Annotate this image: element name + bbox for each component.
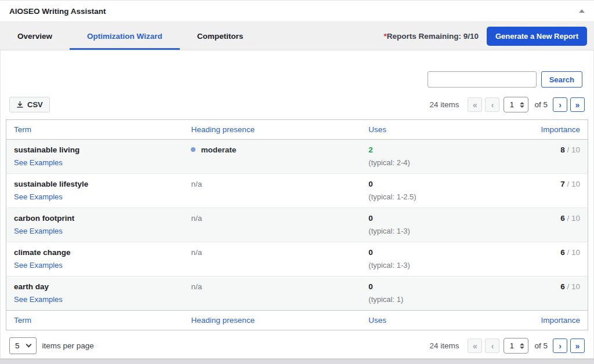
of-total-pages: of 5 [534,341,548,350]
importance-max: / 10 [565,180,580,188]
importance-score: 6 [560,214,565,223]
tab-optimization-wizard[interactable]: Optimization Wizard [70,22,180,50]
column-footer-heading-presence[interactable]: Heading presence [183,311,361,330]
page-number-input[interactable] [505,341,518,350]
typical-range: (typical: 1-3) [368,261,510,270]
toolbar-row: CSV 24 items « ‹ of 5 › » [6,97,588,112]
download-icon [16,101,24,108]
pagination-bottom: 24 items « ‹ of 5 › » [429,338,585,354]
page-stepper[interactable] [518,343,526,349]
typical-range: (typical: 2-4) [368,158,510,167]
importance-score: 6 [560,248,565,257]
per-page-label: items per page [42,341,94,350]
table-header-row: Term Heading presence Uses Importance [6,120,588,140]
panel-title: AIOSEO Writing Assistant [9,7,106,16]
importance-max: / 10 [565,145,580,154]
column-footer-uses[interactable]: Uses [361,311,518,330]
heading-presence-dot-icon [191,147,195,152]
importance-max: / 10 [565,214,580,223]
table-row: earth daySee Examples n/a 0(typical: 1) … [6,276,588,311]
search-input[interactable] [428,71,537,88]
importance-max: / 10 [565,282,580,291]
chevron-down-icon [26,342,31,348]
term-text: climate change [14,248,176,257]
column-header-heading-presence[interactable]: Heading presence [183,120,361,140]
wizard-content: Search CSV 24 items « ‹ of 5 › [0,71,594,354]
column-footer-importance[interactable]: Importance [518,311,588,330]
tab-overview[interactable]: Overview [0,22,70,50]
page-number-box [504,97,528,112]
stepper-up-icon [520,102,524,104]
reports-remaining: *Reports Remaining: 9/10 [383,32,479,41]
column-header-uses[interactable]: Uses [361,120,518,140]
prev-page-button: ‹ [485,97,499,112]
generate-report-button[interactable]: Generate a New Report [487,27,587,46]
bottom-controls-row: 5 items per page 24 items « ‹ of 5 › [6,337,588,354]
table-row: carbon footprintSee Examples n/a 0(typic… [6,208,588,242]
csv-label: CSV [27,100,43,109]
stepper-down-icon [520,105,524,108]
tabs: Overview Optimization Wizard Competitors [0,22,260,50]
typical-range: (typical: 1-3) [368,227,510,235]
typical-range: (typical: 1) [368,295,510,304]
uses-value: 2 [368,145,510,154]
heading-presence-value: moderate [201,145,236,154]
uses-value: 0 [368,282,510,291]
see-examples-link[interactable]: See Examples [14,227,63,235]
term-text: earth day [14,282,176,291]
typical-range: (typical: 1-2.5) [368,192,510,201]
table-footer-header-row: Term Heading presence Uses Importance [6,311,588,330]
see-examples-link[interactable]: See Examples [14,158,63,167]
collapse-panel-icon[interactable] [579,9,585,13]
next-page-button[interactable]: › [553,338,567,353]
table-row: sustainable livingSee Examples moderate … [6,140,588,174]
metabox-titlebar: AIOSEO Writing Assistant [0,0,594,22]
see-examples-link[interactable]: See Examples [14,295,63,304]
last-page-button[interactable]: » [570,97,585,112]
pagination-top: 24 items « ‹ of 5 › » [429,97,585,112]
term-text: sustainable living [14,145,176,154]
writing-assistant-panel: AIOSEO Writing Assistant Overview Optimi… [0,0,594,359]
reports-remaining-label: Reports Remaining: 9/10 [387,32,479,41]
first-page-button: « [468,338,482,353]
see-examples-link[interactable]: See Examples [14,261,63,270]
table-row: sustainable lifestyleSee Examples n/a 0(… [6,174,588,208]
last-page-button[interactable]: » [570,338,585,353]
heading-presence-value: n/a [191,282,202,291]
per-page-value: 5 [15,341,20,350]
heading-presence-value: n/a [191,180,202,188]
column-header-term[interactable]: Term [6,120,184,140]
stepper-up-icon [520,343,524,345]
search-row: Search [6,71,588,88]
heading-presence-value: n/a [191,214,202,223]
table-row: climate changeSee Examples n/a 0(typical… [6,242,588,276]
importance-score: 6 [560,282,565,291]
tab-bar: Overview Optimization Wizard Competitors… [0,22,594,50]
column-header-importance[interactable]: Importance [518,120,588,140]
stepper-down-icon [520,347,524,349]
importance-score: 7 [560,180,565,188]
uses-value: 0 [368,214,510,223]
term-text: sustainable lifestyle [14,180,176,188]
terms-table: Term Heading presence Uses Importance su… [6,119,588,330]
see-examples-link[interactable]: See Examples [14,192,63,201]
tabbar-right: *Reports Remaining: 9/10 Generate a New … [383,22,594,50]
term-text: carbon footprint [14,214,176,223]
search-button[interactable]: Search [541,71,582,88]
export-csv-button[interactable]: CSV [9,97,50,112]
of-total-pages: of 5 [534,100,548,109]
next-page-button[interactable]: › [553,97,567,112]
items-count: 24 items [429,100,459,109]
page-number-input[interactable] [505,100,518,109]
tab-competitors[interactable]: Competitors [180,22,261,50]
uses-value: 0 [368,248,510,257]
first-page-button: « [468,97,482,112]
column-footer-term[interactable]: Term [6,311,184,330]
prev-page-button: ‹ [485,338,499,353]
page-number-box [504,338,528,354]
importance-max: / 10 [565,248,580,257]
per-page-select[interactable]: 5 [9,337,37,354]
items-per-page-control: 5 items per page [9,337,94,354]
page-stepper[interactable] [518,102,526,108]
uses-value: 0 [368,180,510,188]
